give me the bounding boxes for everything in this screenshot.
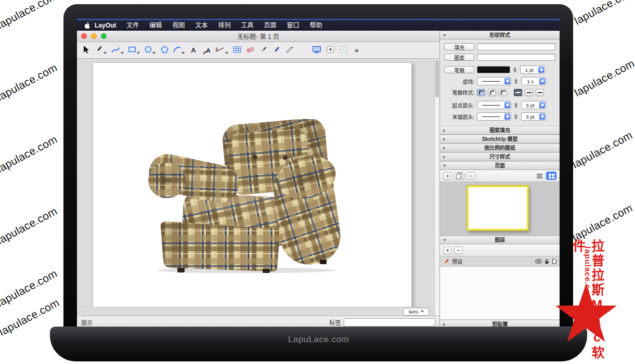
stroke-width-stepper[interactable] [513, 67, 517, 73]
section-header-shape-style[interactable]: 形状样式 [440, 31, 560, 40]
menu-item-window[interactable]: 窗口 [281, 20, 304, 31]
end-arrow-combo[interactable] [477, 112, 511, 121]
text-tool-button[interactable]: A [189, 44, 198, 57]
eraser-tool-button[interactable] [245, 44, 255, 57]
knife-tool-button[interactable] [285, 44, 294, 57]
document-page[interactable] [93, 62, 412, 307]
menu-item-text[interactable]: 文本 [190, 20, 213, 31]
combo-stepper-icon[interactable] [539, 113, 545, 120]
combo-stepper-icon[interactable] [538, 67, 544, 73]
table-grid-icon [233, 46, 241, 55]
dash-scale-stepper[interactable] [514, 78, 519, 85]
fill-color-well[interactable] [477, 43, 555, 50]
freehand-curve-icon [111, 46, 120, 55]
pattern-well[interactable] [477, 54, 555, 61]
table-tool-button[interactable] [232, 44, 242, 57]
pattern-toggle-button[interactable]: 图案 [444, 54, 474, 61]
toolbar-overflow-button[interactable]: » [355, 46, 358, 54]
polygon-tool-button[interactable] [160, 44, 169, 57]
start-arrow-size-combo[interactable]: 5 pt [521, 101, 546, 109]
add-layer-button[interactable]: + [443, 246, 452, 254]
dimension-icon [215, 46, 225, 54]
document-area: 无标题- 第 1 页 [77, 31, 440, 328]
section-header-scaled-drawing[interactable]: 按比例的图纸 [440, 144, 560, 152]
freehand-tool-button[interactable] [111, 44, 124, 57]
window-titlebar[interactable]: 无标题- 第 1 页 [77, 31, 439, 42]
disclosure-icon [443, 147, 445, 150]
menu-item-pages[interactable]: 页面 [258, 20, 281, 31]
stroke-toggle-button[interactable]: 笔触 [444, 66, 474, 73]
presentation-button[interactable] [312, 44, 322, 57]
knife-icon [286, 46, 294, 55]
end-arrow-stepper[interactable] [514, 113, 519, 120]
previous-page-button[interactable] [339, 44, 348, 57]
remove-page-button[interactable]: − [466, 172, 475, 180]
end-arrow-size-combo[interactable]: 5 pt [521, 112, 546, 121]
style-tool-button[interactable] [94, 44, 107, 57]
stroke-color-well[interactable] [477, 66, 510, 73]
rectangle-tool-button[interactable] [128, 44, 140, 57]
cap-butt-button[interactable] [525, 89, 533, 96]
menu-item-edit[interactable]: 编辑 [144, 20, 167, 31]
combo-stepper-icon[interactable] [504, 102, 510, 108]
cap-dash-button[interactable] [514, 89, 522, 96]
layer-row-default[interactable]: 预设 [440, 256, 560, 267]
grid-view-button[interactable] [546, 172, 556, 180]
combo-stepper-icon[interactable] [539, 102, 545, 108]
fill-toggle-button[interactable]: 填充 [444, 43, 474, 50]
label-tool-button[interactable]: A [202, 44, 211, 57]
eyedropper-tool-button[interactable] [259, 44, 268, 57]
dash-style-combo[interactable] [477, 77, 511, 85]
join-round-button[interactable] [488, 89, 496, 96]
label-tool-icon: A [203, 47, 211, 54]
stroke-width-combo[interactable]: 1 pt [520, 66, 545, 74]
visibility-eye-icon[interactable] [535, 259, 542, 264]
sketchup-model-chair[interactable] [147, 119, 346, 273]
share-page-icon[interactable] [552, 258, 556, 264]
zoom-select[interactable]: 94% [403, 308, 429, 316]
app-menu-title[interactable]: LayOut [95, 22, 116, 29]
duplicate-page-button[interactable] [454, 172, 464, 180]
section-header-layers[interactable]: 图层 [440, 236, 560, 244]
combo-stepper-icon[interactable] [504, 113, 510, 120]
cap-round-button[interactable] [536, 89, 544, 96]
select-tool-button[interactable] [81, 44, 90, 57]
add-page-button[interactable] [326, 44, 335, 57]
watermark-text: lapulace.com [570, 129, 634, 171]
add-page-list-button[interactable]: + [443, 172, 452, 180]
pages-thumbnail-area [440, 182, 560, 236]
vertical-scrollbar[interactable] [434, 59, 439, 316]
menu-item-tools[interactable]: 工具 [236, 20, 258, 31]
arc-icon [173, 46, 181, 55]
menu-item-file[interactable]: 文件 [121, 20, 144, 31]
section-header-pattern-fill[interactable]: 图案填充 [440, 126, 560, 135]
apple-menu-icon[interactable] [84, 22, 90, 29]
combo-stepper-icon[interactable] [504, 78, 510, 84]
start-arrow-stepper[interactable] [514, 102, 519, 109]
canvas-area[interactable] [77, 59, 434, 307]
pen-tool-button[interactable] [272, 44, 281, 57]
menu-item-arrange[interactable]: 排列 [213, 20, 236, 31]
section-header-dimension-style[interactable]: 尺寸样式 [440, 152, 560, 161]
remove-layer-button[interactable]: − [454, 246, 463, 254]
section-header-sketchup-model[interactable]: SketchUp 模型 [440, 135, 560, 144]
page-thumbnail-selected[interactable] [467, 186, 528, 230]
join-bevel-button[interactable] [499, 89, 507, 96]
circle-tool-button[interactable] [144, 44, 156, 57]
list-view-button[interactable] [534, 172, 545, 180]
section-header-pages[interactable]: 页面 [440, 161, 560, 170]
zoom-value: 94% [409, 309, 419, 315]
menu-item-help[interactable]: 帮助 [304, 20, 327, 31]
join-miter-button[interactable] [477, 89, 485, 96]
menu-item-view[interactable]: 视图 [167, 20, 190, 31]
inspector-tray: 形状样式 填充 图案 笔触 [440, 31, 560, 328]
start-arrow-combo[interactable] [477, 101, 511, 109]
dimension-tool-button[interactable] [215, 44, 229, 57]
tag-input[interactable] [344, 318, 435, 327]
scrollbar-thumb[interactable] [435, 60, 439, 97]
dash-scale-combo[interactable]: 1 x [521, 77, 546, 85]
watermark-text: lapulace.com [572, 0, 635, 28]
arc-tool-button[interactable] [173, 44, 185, 57]
lock-icon[interactable] [545, 258, 549, 264]
combo-stepper-icon[interactable] [539, 78, 545, 84]
